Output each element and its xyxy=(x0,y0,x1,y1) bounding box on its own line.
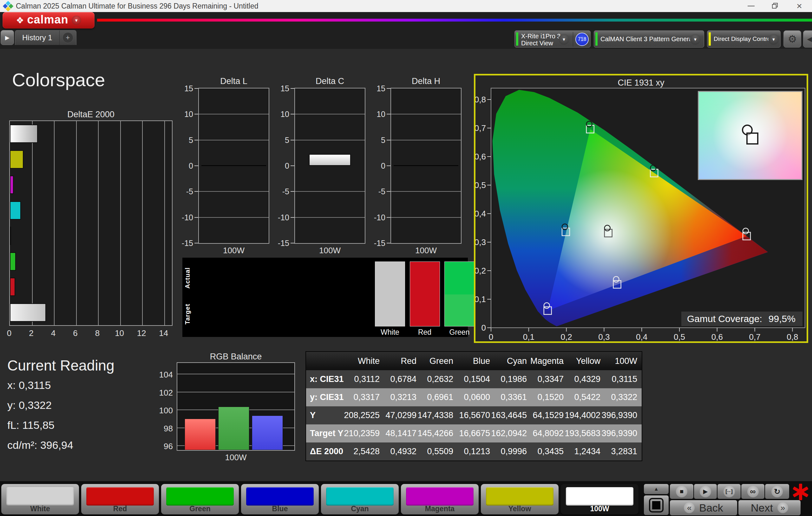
swatch-actual xyxy=(375,262,405,295)
table-row: y: CIE310,33170,32130,69610,06000,33610,… xyxy=(306,388,642,406)
collapse-toolbar-button[interactable]: ◀ xyxy=(803,30,812,48)
svg-text:0,8: 0,8 xyxy=(475,95,486,104)
deltaC-x-label: 100W xyxy=(294,246,366,255)
y-tick-label: -15 xyxy=(178,239,193,248)
pattern-button-magenta[interactable]: Magenta xyxy=(401,484,478,514)
back-chevrons-icon: « xyxy=(684,503,695,513)
y-tick xyxy=(195,88,198,89)
table-cell: 0,3317 xyxy=(347,388,384,406)
x-tick-label: 4 xyxy=(47,328,60,338)
restore-button[interactable] xyxy=(766,0,785,12)
delta-h-chart: Delta H151050-5-10-15100W xyxy=(390,88,462,244)
repeat-button[interactable]: ↻ xyxy=(765,484,789,499)
y-tick xyxy=(387,165,390,166)
row-label: x: CIE31 xyxy=(306,370,347,388)
deltae-x-axis: 02468101214 xyxy=(9,328,173,338)
pattern-window-up-button[interactable]: ▲ xyxy=(644,484,669,494)
pattern-button-label: Cyan xyxy=(321,505,399,513)
cie-1931-panel: CIE 1931 xy 00,10,20,30,40,50,60,70,800,… xyxy=(474,74,808,343)
chevron-left-icon: ◀ xyxy=(807,35,812,43)
table-cell: 64,8092 xyxy=(531,424,568,443)
plus-icon: + xyxy=(62,32,73,43)
gridline xyxy=(295,217,365,218)
column-header-yellow: Yellow xyxy=(568,352,605,370)
settings-button[interactable]: ⚙ xyxy=(783,30,801,48)
swatch-label: Red xyxy=(407,328,442,337)
y-tick-label: -15 xyxy=(274,239,289,248)
pattern-button-green[interactable]: Green xyxy=(161,484,239,514)
pattern-swatch xyxy=(486,487,553,506)
table-cell: 16,6675 xyxy=(458,424,494,443)
pattern-window-button[interactable] xyxy=(644,495,669,515)
delta-l-chart: Delta L151050-5-10-15100W xyxy=(198,88,269,244)
history-panel-expand-button[interactable]: ▶ xyxy=(1,30,14,45)
close-button[interactable]: × xyxy=(790,0,809,12)
gridline xyxy=(177,374,294,374)
calman-app-icon xyxy=(3,1,13,11)
next-button[interactable]: Next » xyxy=(738,500,801,515)
stop-button[interactable]: ■ xyxy=(670,484,693,499)
current-reading-title: Current Reading xyxy=(7,357,115,374)
pattern-button-label: Magenta xyxy=(401,505,478,513)
svg-text:0: 0 xyxy=(482,323,486,332)
add-tab-button[interactable]: + xyxy=(59,30,76,45)
back-button[interactable]: « Back xyxy=(670,500,737,515)
minimize-button[interactable] xyxy=(742,0,761,12)
swatch-label: Green xyxy=(442,328,477,337)
play-button[interactable]: ▶ xyxy=(694,484,717,499)
pattern-button-cyan[interactable]: Cyan xyxy=(321,484,399,514)
pattern-button-yellow[interactable]: Yellow xyxy=(481,484,558,514)
close-icon: × xyxy=(796,1,802,11)
gridline xyxy=(295,191,365,192)
table-cell: 0,6961 xyxy=(421,388,458,406)
gridline xyxy=(199,140,269,141)
y-tick xyxy=(195,114,198,114)
app-header: ❖ calman ▼ ▶ History 1 + X-Rite i1Pro 3 … xyxy=(0,12,812,49)
table-cell: 0,4932 xyxy=(384,443,421,460)
pattern-button-red[interactable]: Red xyxy=(81,484,159,514)
pattern-button-label: Yellow xyxy=(481,505,558,513)
table-row: Y208,252547,0299147,433816,5670163,46456… xyxy=(306,406,642,424)
table-cell: 47,0299 xyxy=(384,406,421,424)
y-tick-label: 15 xyxy=(178,84,193,93)
measurement-active-asterisk-icon xyxy=(792,484,809,500)
gridline xyxy=(142,121,143,325)
y-tick xyxy=(387,114,390,114)
gridline xyxy=(164,121,165,325)
column-header-blue: Blue xyxy=(458,352,494,370)
svg-text:0,4: 0,4 xyxy=(475,209,486,218)
tab-history-1[interactable]: History 1 xyxy=(15,30,59,45)
calman-menu-button[interactable]: ❖ calman ▼ xyxy=(3,12,94,29)
meter-selector[interactable]: X-Rite i1Pro 3 Direct View ▼ 718 xyxy=(515,30,590,48)
pattern-button-white[interactable]: White xyxy=(1,484,79,514)
rgb-bar-red xyxy=(184,419,216,450)
svg-text:0,1: 0,1 xyxy=(523,332,534,341)
gridline xyxy=(295,114,365,114)
pattern-button-100w[interactable]: 100W xyxy=(561,484,638,514)
back-label: Back xyxy=(699,502,723,514)
y-tick xyxy=(195,165,198,166)
y-tick-label: 5 xyxy=(370,135,385,145)
rgb-balance-chart: 1041021009896 xyxy=(177,362,295,451)
pattern-swatch xyxy=(566,487,633,506)
display-control-selector[interactable]: Direct Display Control ▼ xyxy=(707,30,781,48)
y-tick-label: -10 xyxy=(178,213,193,222)
deltae-bar-100w xyxy=(10,303,46,322)
pattern-button-label: Blue xyxy=(241,505,319,513)
swatch-actual xyxy=(410,262,440,295)
table-cell: 0,3112 xyxy=(347,370,384,388)
pattern-button-blue[interactable]: Blue xyxy=(241,484,319,514)
pattern-source-selector[interactable]: CalMAN Client 3 Pattern Generator ▼ xyxy=(594,30,704,48)
y-tick xyxy=(195,191,198,192)
workflow-tabs: History 1 + xyxy=(15,30,77,45)
y-tick-label: 100 xyxy=(157,406,173,416)
svg-text:0,8: 0,8 xyxy=(787,332,798,341)
gridline xyxy=(120,121,121,325)
row-label: ΔE 2000 xyxy=(306,443,347,460)
table-row: ΔE 20002,54280,49320,55090,12130,99960,3… xyxy=(306,443,642,460)
svg-text:0: 0 xyxy=(489,332,493,341)
loop-range-button[interactable]: [··] xyxy=(718,484,741,499)
continuous-button[interactable]: ∞ xyxy=(741,484,764,499)
repeat-icon: ↻ xyxy=(774,487,780,496)
x-tick-label: 12 xyxy=(135,328,148,338)
